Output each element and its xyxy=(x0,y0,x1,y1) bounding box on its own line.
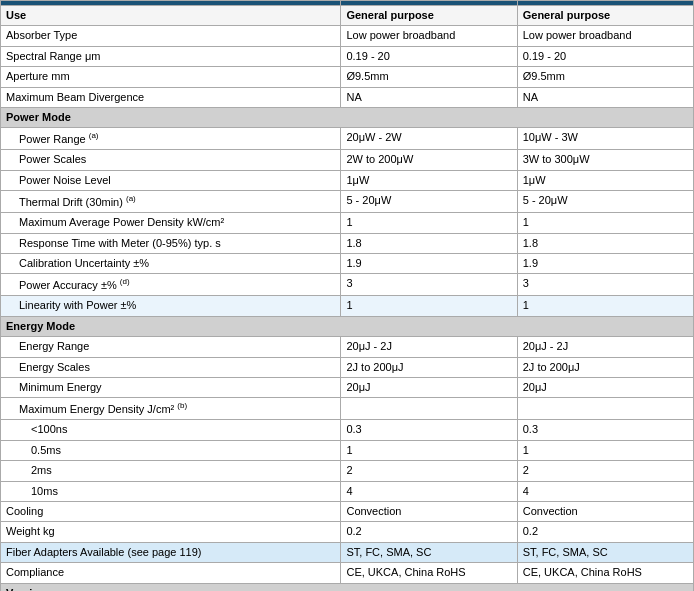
table-row: Energy Mode xyxy=(1,316,694,336)
table-row: Absorber TypeLow power broadbandLow powe… xyxy=(1,26,694,46)
row-label: Power Scales xyxy=(1,150,341,170)
section-header-cell: Energy Mode xyxy=(1,316,694,336)
row-label: Use xyxy=(1,6,341,26)
table-row: 10ms44 xyxy=(1,481,694,501)
row-col1: 1.9 xyxy=(341,254,517,274)
table-row: Minimum Energy20μJ20μJ xyxy=(1,378,694,398)
row-col1: 1 xyxy=(341,213,517,233)
row-col1: NA xyxy=(341,87,517,107)
row-label: Cooling xyxy=(1,502,341,522)
row-col2: 5 - 20μW xyxy=(517,191,693,213)
row-col2: 3 xyxy=(517,274,693,296)
table-row: Maximum Beam DivergenceNANA xyxy=(1,87,694,107)
row-col2: 1.9 xyxy=(517,254,693,274)
table-row: Power Range (a)20μW - 2W10μW - 3W xyxy=(1,128,694,150)
table-row: 2ms22 xyxy=(1,461,694,481)
row-label: Calibration Uncertainty ±% xyxy=(1,254,341,274)
row-label: Linearity with Power ±% xyxy=(1,296,341,316)
row-label: Aperture mm xyxy=(1,67,341,87)
row-col2: 4 xyxy=(517,481,693,501)
row-col1: Low power broadband xyxy=(341,26,517,46)
row-label: 2ms xyxy=(1,461,341,481)
row-label: Maximum Beam Divergence xyxy=(1,87,341,107)
table-row: Calibration Uncertainty ±%1.91.9 xyxy=(1,254,694,274)
row-col2: 3W to 300μW xyxy=(517,150,693,170)
table-row: Thermal Drift (30min) (a)5 - 20μW5 - 20μ… xyxy=(1,191,694,213)
row-label: Thermal Drift (30min) (a) xyxy=(1,191,341,213)
row-col2: 1 xyxy=(517,296,693,316)
table-row: Power Mode xyxy=(1,107,694,127)
table-row: Energy Scales2J to 200μJ2J to 200μJ xyxy=(1,357,694,377)
row-col1: 2J to 200μJ xyxy=(341,357,517,377)
table-row: ComplianceCE, UKCA, China RoHSCE, UKCA, … xyxy=(1,563,694,583)
row-label: Maximum Average Power Density kW/cm² xyxy=(1,213,341,233)
row-col2: 2 xyxy=(517,461,693,481)
row-col2: ST, FC, SMA, SC xyxy=(517,542,693,562)
table-row: Spectral Range μm0.19 - 200.19 - 20 xyxy=(1,46,694,66)
row-col2: 1 xyxy=(517,440,693,460)
table-row: Power Noise Level1μW1μW xyxy=(1,170,694,190)
row-col1: 20μW - 2W xyxy=(341,128,517,150)
row-label: Weight kg xyxy=(1,522,341,542)
row-label: Power Range (a) xyxy=(1,128,341,150)
row-col2: Ø9.5mm xyxy=(517,67,693,87)
section-header-cell: Power Mode xyxy=(1,107,694,127)
row-col2: 1 xyxy=(517,213,693,233)
row-col1: 1 xyxy=(341,440,517,460)
row-col1: 0.2 xyxy=(341,522,517,542)
row-col1: 0.19 - 20 xyxy=(341,46,517,66)
row-col2: 0.2 xyxy=(517,522,693,542)
row-label: Energy Range xyxy=(1,337,341,357)
row-col2: 0.19 - 20 xyxy=(517,46,693,66)
row-col2: NA xyxy=(517,87,693,107)
row-col1: 2 xyxy=(341,461,517,481)
table-row: Fiber Adapters Available (see page 119)S… xyxy=(1,542,694,562)
row-col2: Convection xyxy=(517,502,693,522)
row-col1: 4 xyxy=(341,481,517,501)
row-label: <100ns xyxy=(1,420,341,440)
section-header-cell: Version xyxy=(1,583,694,591)
row-col1: Convection xyxy=(341,502,517,522)
row-col1: 1μW xyxy=(341,170,517,190)
specs-table: UseGeneral purposeGeneral purposeAbsorbe… xyxy=(0,0,694,591)
row-col2: General purpose xyxy=(517,6,693,26)
table-row: Weight kg0.20.2 xyxy=(1,522,694,542)
row-label: Minimum Energy xyxy=(1,378,341,398)
row-label: Spectral Range μm xyxy=(1,46,341,66)
row-col1: Ø9.5mm xyxy=(341,67,517,87)
table-row: Version xyxy=(1,583,694,591)
row-col2: Low power broadband xyxy=(517,26,693,46)
row-col1: ST, FC, SMA, SC xyxy=(341,542,517,562)
row-col1: CE, UKCA, China RoHS xyxy=(341,563,517,583)
row-label: Fiber Adapters Available (see page 119) xyxy=(1,542,341,562)
row-col1: 1 xyxy=(341,296,517,316)
row-col2 xyxy=(517,398,693,420)
row-col2: 1μW xyxy=(517,170,693,190)
table-row: Maximum Average Power Density kW/cm²11 xyxy=(1,213,694,233)
row-label: Maximum Energy Density J/cm² (b) xyxy=(1,398,341,420)
table-row: CoolingConvectionConvection xyxy=(1,502,694,522)
table-row: 0.5ms11 xyxy=(1,440,694,460)
row-col2: 0.3 xyxy=(517,420,693,440)
row-col1 xyxy=(341,398,517,420)
row-label: Compliance xyxy=(1,563,341,583)
row-label: Power Noise Level xyxy=(1,170,341,190)
row-col2: 2J to 200μJ xyxy=(517,357,693,377)
row-col1: 5 - 20μW xyxy=(341,191,517,213)
row-col1: 20μJ xyxy=(341,378,517,398)
row-col2: 10μW - 3W xyxy=(517,128,693,150)
row-label: Energy Scales xyxy=(1,357,341,377)
row-label: Response Time with Meter (0-95%) typ. s xyxy=(1,233,341,253)
row-label: Power Accuracy ±% (d) xyxy=(1,274,341,296)
row-col1: 3 xyxy=(341,274,517,296)
table-row: Power Scales2W to 200μW3W to 300μW xyxy=(1,150,694,170)
row-label: 0.5ms xyxy=(1,440,341,460)
row-col2: 20μJ xyxy=(517,378,693,398)
table-row: Maximum Energy Density J/cm² (b) xyxy=(1,398,694,420)
table-row: Response Time with Meter (0-95%) typ. s1… xyxy=(1,233,694,253)
row-label: 10ms xyxy=(1,481,341,501)
row-col2: 20μJ - 2J xyxy=(517,337,693,357)
row-col2: CE, UKCA, China RoHS xyxy=(517,563,693,583)
table-row: Power Accuracy ±% (d)33 xyxy=(1,274,694,296)
table-row: Energy Range20μJ - 2J20μJ - 2J xyxy=(1,337,694,357)
